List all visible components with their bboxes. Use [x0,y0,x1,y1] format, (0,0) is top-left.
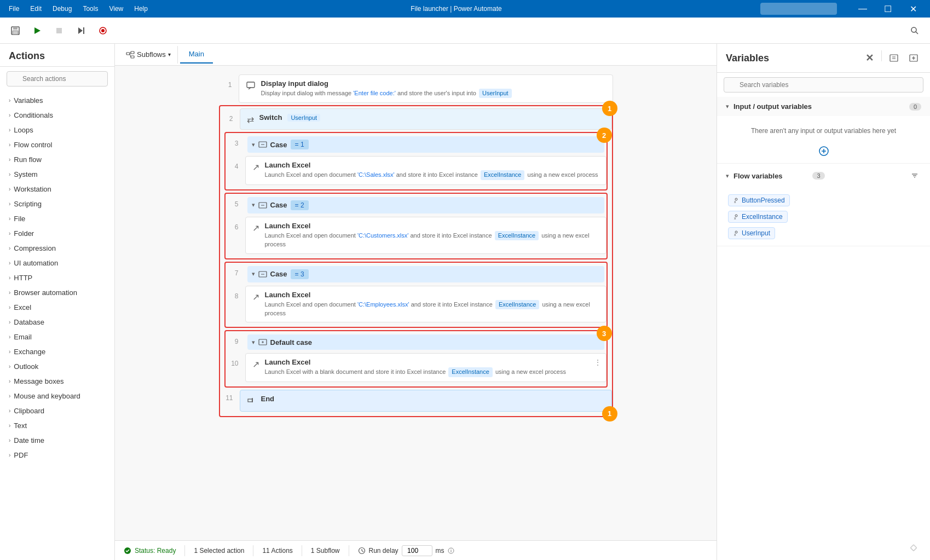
variables-search-input[interactable] [724,77,923,93]
step-card-4[interactable]: ↗ Launch Excel Launch Excel and open doc… [245,156,606,184]
subflows-chevron-icon: ▾ [168,51,171,57]
variables-icon-1[interactable] [886,50,902,66]
action-item-email[interactable]: › Email [0,330,114,344]
io-add-button[interactable] [726,146,921,157]
step-row-10: 10 ↗ Launch Excel Launch Excel with a bl… [226,353,606,382]
action-item-database[interactable]: › Database [0,315,114,330]
menu-tools[interactable]: Tools [78,3,102,15]
action-item-scripting[interactable]: › Scripting [0,197,114,211]
step-number-2: 2 [220,108,240,123]
run-delay-container: Run delay ms [358,545,454,556]
variables-header-controls: ✕ [862,50,921,66]
action-item-variables[interactable]: › Variables [0,93,114,108]
case-1-header[interactable]: ▾ Case = 1 [247,136,604,153]
flow-var-chip-0[interactable]: x ButtonPressed [726,192,921,209]
io-empty-text: There aren't any input or output variabl… [726,123,921,139]
svg-rect-12 [131,51,134,54]
more-options-icon[interactable]: ⋮ [594,358,602,367]
action-item-file[interactable]: › File [0,211,114,226]
step-card-1[interactable]: Display input dialog Display input dialo… [239,74,613,103]
end-label: End [261,395,605,403]
action-item-exchange[interactable]: › Exchange [0,344,114,359]
step-number-10: 10 [226,353,245,367]
default-case-header[interactable]: ▾ Default case [247,334,604,350]
action-label: Mouse and keyboard [14,392,80,400]
flow-var-chip-2[interactable]: x UserInput [726,225,921,241]
action-item-http[interactable]: › HTTP [0,270,114,285]
action-item-run-flow[interactable]: › Run flow [0,152,114,167]
case-2-value: = 2 [291,200,309,210]
search-toolbar-button[interactable] [906,22,923,39]
variables-close-button[interactable]: ✕ [862,50,877,66]
chevron-icon: › [9,319,10,325]
case-3-header[interactable]: ▾ Case = 3 [247,266,604,282]
main-layout: Actions 🔍 › Variables › Conditionals › L… [0,44,930,560]
action-item-conditionals[interactable]: › Conditionals [0,108,114,123]
run-button[interactable] [28,22,46,39]
action-item-workstation[interactable]: › Workstation [0,182,114,197]
case-2-header[interactable]: ▾ Case = 2 [247,197,604,213]
chevron-icon: › [9,452,10,458]
step-number-3: 3 [226,135,245,147]
window-controls: — ☐ ✕ [850,0,926,18]
action-item-text[interactable]: › Text [0,418,114,433]
tab-main[interactable]: Main [180,45,213,63]
flow-vars-header[interactable]: ▾ Flow variables 3 [717,164,930,188]
actions-search-container: 🔍 [0,67,114,91]
flow-var-chip-1[interactable]: x ExcelInstance [726,209,921,225]
action-item-loops[interactable]: › Loops [0,123,114,137]
action-item-clipboard[interactable]: › Clipboard [0,403,114,418]
step-card-6[interactable]: ↗ Launch Excel Launch Excel and open doc… [245,217,606,254]
step-row-5: 5 ▾ Case = 2 [226,196,606,215]
menu-debug[interactable]: Debug [48,3,76,15]
case-2-group: 5 ▾ Case = 2 [224,193,608,259]
menu-edit[interactable]: Edit [26,3,46,15]
action-label: Workstation [14,185,51,193]
step-card-8[interactable]: ↗ Launch Excel Launch Excel and open doc… [245,286,606,323]
action-item-browser-automation[interactable]: › Browser automation [0,285,114,300]
action-item-system[interactable]: › System [0,167,114,182]
titlebar: File Edit Debug Tools View Help File lau… [0,0,930,18]
filter-icon[interactable] [908,169,921,182]
userinput-badge: UserInput [479,89,512,98]
chevron-icon: › [9,304,10,310]
action-item-message-boxes[interactable]: › Message boxes [0,374,114,389]
action-item-datetime[interactable]: › Date time [0,433,114,448]
chevron-icon: › [9,334,10,340]
menu-view[interactable]: View [105,3,128,15]
action-item-flow-control[interactable]: › Flow control [0,137,114,152]
close-button[interactable]: ✕ [900,0,926,18]
action-label: Conditionals [14,111,53,119]
minimize-button[interactable]: — [850,0,875,18]
step-card-switch[interactable]: ⇄ Switch UserInput [240,108,612,130]
step-card-10[interactable]: ↗ Launch Excel Launch Excel with a blank… [245,353,606,382]
action-label: Scripting [14,200,42,208]
stop-button[interactable] [50,22,68,39]
save-button[interactable] [7,22,24,39]
subflows-button[interactable]: Subflows ▾ [119,46,178,63]
actions-search-input[interactable] [7,71,108,86]
menu-help[interactable]: Help [130,3,152,15]
action-item-outlook[interactable]: › Outlook [0,359,114,374]
action-item-excel[interactable]: › Excel [0,300,114,315]
io-section-body: There aren't any input or output variabl… [717,116,930,163]
canvas-tabs: Subflows ▾ Main [115,44,717,66]
record-button[interactable] [94,22,112,39]
menu-file[interactable]: File [4,3,24,15]
step-button[interactable] [72,22,90,39]
input-output-header[interactable]: ▾ Input / output variables 0 [717,97,930,116]
maximize-button[interactable]: ☐ [875,0,900,18]
step-card-end[interactable]: End [240,390,612,412]
run-delay-input[interactable] [402,545,432,556]
variables-icon-2[interactable] [906,50,921,66]
chevron-icon: › [9,157,10,163]
action-item-ui-automation[interactable]: › UI automation [0,256,114,270]
action-label: Database [14,318,44,326]
svg-rect-36 [890,55,898,61]
action-label: Folder [14,229,34,238]
action-item-pdf[interactable]: › PDF [0,448,114,463]
action-item-folder[interactable]: › Folder [0,226,114,241]
action-item-mouse-keyboard[interactable]: › Mouse and keyboard [0,389,114,403]
step-desc-8: Launch Excel and open document 'C:\Emplo… [265,300,599,318]
action-item-compression[interactable]: › Compression [0,241,114,256]
